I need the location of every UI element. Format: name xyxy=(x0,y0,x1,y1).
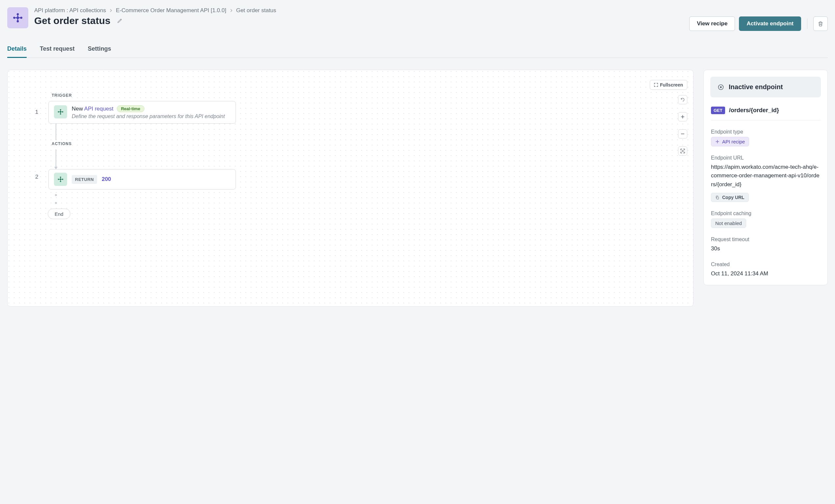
actions-section-label: ACTIONS xyxy=(52,141,236,146)
svg-point-1 xyxy=(14,17,15,18)
svg-point-20 xyxy=(62,179,63,180)
tab-test-request[interactable]: Test request xyxy=(40,41,75,58)
realtime-badge: Real-time xyxy=(117,105,145,112)
step-number-1: 1 xyxy=(35,101,44,116)
svg-point-19 xyxy=(58,179,59,180)
svg-point-18 xyxy=(60,179,61,180)
svg-point-2 xyxy=(21,17,22,18)
tab-details[interactable]: Details xyxy=(7,41,27,58)
endpoint-type-value: API recipe xyxy=(722,139,745,144)
chevron-right-icon xyxy=(109,9,113,12)
svg-point-11 xyxy=(62,112,63,112)
fit-to-screen-button[interactable] xyxy=(678,146,687,156)
svg-rect-38 xyxy=(716,197,718,199)
breadcrumb-current: Get order status xyxy=(236,7,277,14)
expand-icon xyxy=(680,149,685,153)
copy-url-button[interactable]: Copy URL xyxy=(711,193,749,202)
svg-point-4 xyxy=(17,21,18,22)
trigger-card[interactable]: New API request Real-time Define the req… xyxy=(48,101,236,124)
edit-title-button[interactable] xyxy=(115,16,124,25)
http-method-badge: GET xyxy=(711,106,725,114)
trigger-prefix: New xyxy=(72,106,84,112)
undo-button[interactable] xyxy=(678,95,687,104)
svg-point-3 xyxy=(17,14,18,15)
endpoint-url-label: Endpoint URL xyxy=(711,155,820,161)
svg-point-9 xyxy=(60,111,61,112)
svg-point-28 xyxy=(720,86,721,88)
copy-icon xyxy=(715,196,719,200)
fullscreen-button[interactable]: Fullscreen xyxy=(650,80,687,90)
svg-point-33 xyxy=(717,143,717,143)
return-badge: RETURN xyxy=(72,175,97,184)
svg-point-29 xyxy=(717,141,718,142)
trigger-link-text: API request xyxy=(84,106,114,112)
divider xyxy=(807,18,807,29)
svg-point-0 xyxy=(17,17,19,19)
end-node[interactable]: End xyxy=(48,208,70,219)
endpoint-type-label: Endpoint type xyxy=(711,129,820,135)
svg-point-10 xyxy=(58,112,59,112)
api-action-icon xyxy=(54,173,67,186)
trigger-description: Define the request and response paramete… xyxy=(72,114,230,119)
svg-point-32 xyxy=(717,140,717,140)
svg-point-31 xyxy=(718,141,719,142)
breadcrumb-level-2[interactable]: E-Commerce Order Management API [1.0.0] xyxy=(116,7,226,14)
status-text: Inactive endpoint xyxy=(729,83,783,91)
recipe-canvas: Fullscreen xyxy=(7,70,694,307)
api-trigger-icon xyxy=(54,105,67,118)
tab-settings[interactable]: Settings xyxy=(88,41,111,58)
endpoint-path: /orders/{order_id} xyxy=(729,107,779,114)
plus-icon xyxy=(680,115,685,119)
activate-endpoint-button[interactable]: Activate endpoint xyxy=(739,17,801,31)
page-title: Get order status xyxy=(34,15,110,26)
endpoint-caching-value: Not enabled xyxy=(711,218,746,228)
delete-button[interactable] xyxy=(813,17,828,31)
undo-icon xyxy=(680,97,685,102)
copy-url-label: Copy URL xyxy=(722,195,745,200)
tabs: Details Test request Settings xyxy=(7,41,828,58)
svg-point-30 xyxy=(716,141,716,142)
step-number-2: 2 xyxy=(35,169,44,180)
fullscreen-label: Fullscreen xyxy=(660,82,683,87)
svg-point-21 xyxy=(60,177,61,177)
endpoint-icon xyxy=(7,7,28,28)
return-code: 200 xyxy=(102,176,111,183)
fullscreen-icon xyxy=(654,83,658,87)
api-recipe-icon xyxy=(715,140,719,144)
svg-point-22 xyxy=(60,181,61,182)
svg-point-12 xyxy=(60,109,61,110)
trigger-section-label: TRIGGER xyxy=(52,93,236,98)
endpoint-url-value: https://apim.workato.com/acme-tech-ahq/e… xyxy=(711,163,820,189)
zoom-out-button[interactable] xyxy=(678,129,687,139)
endpoint-type-chip: API recipe xyxy=(711,137,749,146)
trash-icon xyxy=(818,21,823,27)
view-recipe-button[interactable]: View recipe xyxy=(689,17,735,31)
pencil-icon xyxy=(117,18,122,23)
minus-icon xyxy=(680,132,685,136)
zoom-in-button[interactable] xyxy=(678,112,687,121)
created-label: Created xyxy=(711,262,820,267)
action-card[interactable]: RETURN 200 xyxy=(48,169,236,189)
inactive-status-icon xyxy=(717,84,724,90)
endpoint-details-panel: Inactive endpoint GET /orders/{order_id}… xyxy=(704,70,828,285)
created-value: Oct 11, 2024 11:34 AM xyxy=(711,269,820,278)
svg-point-13 xyxy=(60,114,61,114)
request-timeout-value: 30s xyxy=(711,244,820,253)
chevron-right-icon xyxy=(230,9,233,12)
breadcrumb: API platform : API collections E-Commerc… xyxy=(34,7,683,14)
status-banner: Inactive endpoint xyxy=(710,77,821,97)
endpoint-caching-label: Endpoint caching xyxy=(711,210,820,217)
request-timeout-label: Request timeout xyxy=(711,237,820,242)
breadcrumb-level-1[interactable]: API platform : API collections xyxy=(34,7,106,14)
